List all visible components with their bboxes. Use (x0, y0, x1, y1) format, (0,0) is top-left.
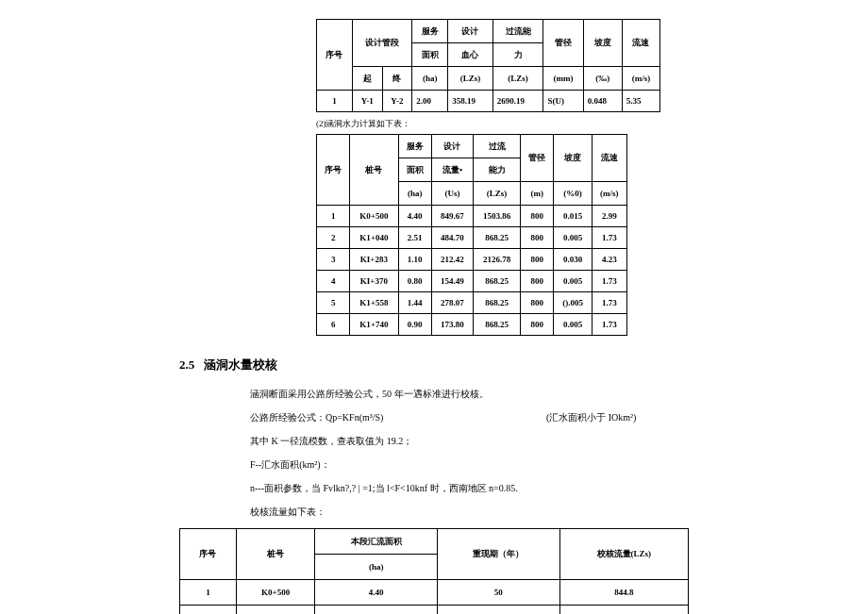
table-row: 1K0+5004.4050844.8 (180, 580, 689, 606)
th-design-unit: (LZs) (448, 67, 492, 91)
section-title-text: 涵洞水量校核 (204, 357, 277, 372)
design-segment-table: 序号 设计管段 服务 设计 过流能 管径 坡度 流速 面积 血心 力 起 终 (… (316, 19, 660, 112)
paragraph: 校核流量如下表： (250, 505, 868, 519)
th-velocity: 流速 (622, 20, 659, 67)
table-row: 4KI+3700.80154.49868.258000.0051.73 (317, 271, 627, 292)
table-row: 2K1+0402.51484.70868.258000.0051.73 (317, 227, 627, 249)
note-culvert-calc: (2)涵洞水力计算如下表： (316, 118, 868, 130)
check-flow-table: 序号 桩号 本段汇流面积 重现期（年） 校核流量(LZs) (ha) 1K0+5… (179, 528, 689, 614)
section-heading: 2.5 涵洞水量校核 (179, 357, 868, 373)
paragraph: 涵洞断面采用公路所经验公式，50 年一遇标准进行校核。 (250, 387, 868, 401)
section-number: 2.5 (179, 357, 194, 372)
paragraph: n---面积参数，当 Fvlkn?,? | =1;当 l<F<10knf 时，西… (250, 481, 868, 495)
th-segment: 设计管段 (352, 20, 411, 67)
th-overflow-unit: (LZs) (492, 67, 543, 91)
th-overflow1: 过流 (474, 135, 521, 158)
table-row: 2K1+0402.5150481.92 (180, 606, 689, 615)
th-design1: 设计 (431, 135, 473, 158)
th-area2: 面积 (412, 43, 448, 67)
th-diameter: 管径 (543, 20, 583, 67)
th-design-unit: (Us) (431, 182, 473, 206)
th-diameter-unit: (m) (521, 182, 554, 206)
th-stake: 桩号 (350, 135, 398, 206)
th-overflow1: 过流能 (492, 20, 543, 43)
th-velocity-unit: (m/s) (622, 67, 659, 91)
th-velocity-unit: (m/s) (592, 182, 626, 206)
th-area1: 服务 (398, 135, 431, 158)
table-row: 6K1+7400.90173.80868.258000.0051.73 (317, 314, 627, 336)
th-area2: 面积 (398, 158, 431, 182)
formula-condition: (汇水面积小于 IOkm²) (546, 410, 637, 424)
paragraph: F--汇水面积(km²)： (250, 457, 868, 472)
th-overflow-unit: (LZs) (474, 182, 521, 206)
paragraph: 其中 K 一径流模数，查表取值为 19.2； (250, 434, 868, 448)
th-qi: 起 (352, 67, 382, 91)
th-slope: 坡度 (583, 20, 622, 67)
th-velocity: 流速 (592, 135, 626, 182)
th-design1: 设计 (448, 20, 492, 43)
culvert-hydraulic-table: 序号 桩号 服务 设计 过流 管径 坡度 流速 面积 流量• 能力 (ha) (… (316, 134, 627, 336)
th-design2: 血心 (448, 43, 492, 67)
th-seq: 序号 (317, 135, 350, 206)
th-slope: 坡度 (554, 135, 592, 182)
th-catchment-unit: (ha) (315, 555, 438, 580)
formula-text: 公路所经验公式：Qp=KFn(m³/S) (250, 412, 383, 423)
th-design2: 流量• (431, 158, 473, 182)
th-catchment: 本段汇流面积 (315, 529, 438, 555)
table-row: 1 Y-1 Y-2 2.00 358.19 2690.19 S(U) 0.048… (317, 91, 660, 112)
th-zhong: 终 (382, 67, 412, 91)
th-seq: 序号 (180, 529, 237, 580)
th-slope-unit: (‰) (583, 67, 622, 91)
th-flow: 校核流量(LZs) (559, 529, 688, 580)
th-area1: 服务 (412, 20, 448, 43)
th-area-unit: (ha) (412, 67, 448, 91)
paragraph: 公路所经验公式：Qp=KFn(m³/S) (汇水面积小于 IOkm²) (250, 410, 868, 424)
th-seq: 序号 (317, 20, 353, 91)
th-overflow2: 能力 (474, 158, 521, 182)
th-overflow2: 力 (492, 43, 543, 67)
th-diameter-unit: (mm) (543, 67, 583, 91)
th-diameter: 管径 (521, 135, 554, 182)
th-area-unit: (ha) (398, 182, 431, 206)
th-slope-unit: (%0) (554, 182, 592, 206)
table-row: 3KI+2831.10212.422126.788000.0304.23 (317, 249, 627, 271)
table-row: 1K0+5004.40849.671503.868000.0152.99 (317, 206, 627, 227)
th-period: 重现期（年） (437, 529, 559, 580)
table-row: 5K1+5581.44278.07868.25800().0051.73 (317, 292, 627, 314)
th-stake: 桩号 (236, 529, 314, 580)
